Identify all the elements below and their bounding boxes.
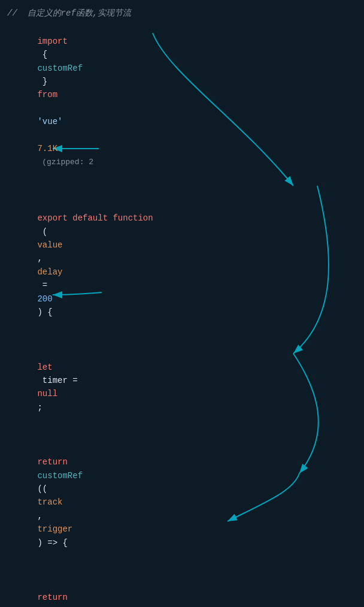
code-line-1: // 自定义的ref函数,实现节流 bbox=[0, 6, 364, 20]
code-line-4: export default function ( value , delay … bbox=[0, 198, 364, 333]
code-line-3 bbox=[0, 183, 364, 197]
code-line-6: return customRef (( track , trigger ) =>… bbox=[0, 428, 364, 564]
code-line-2: import { customRef } from 'vue' 7.1K (gz… bbox=[0, 20, 364, 183]
code-line-5: let timer = null ; bbox=[0, 333, 364, 428]
code-line-7: return { bbox=[0, 563, 364, 607]
code-editor: // 自定义的ref函数,实现节流 import { customRef } f… bbox=[0, 0, 364, 607]
